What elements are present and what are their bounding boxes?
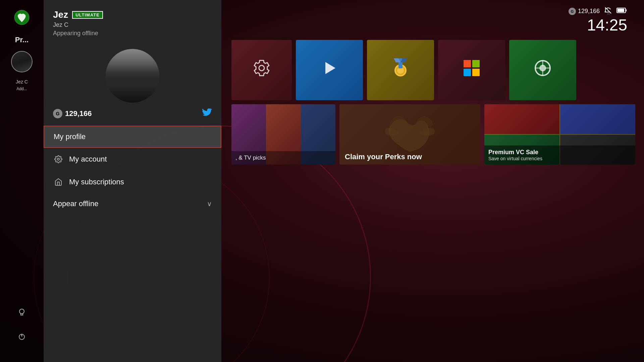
menu-items: My profile My account	[44, 126, 221, 214]
tiles-area: , & TV picks	[228, 37, 644, 362]
menu-label-appear-offline: Appear offline	[53, 199, 98, 208]
g-icon: G	[53, 109, 62, 118]
menu-label-my-subscriptions: My subscriptions	[69, 178, 124, 186]
sidebar-profile-section: Pr...	[15, 36, 29, 44]
menu-item-my-account[interactable]: My account	[44, 148, 221, 171]
svg-point-5	[57, 158, 59, 160]
vc-game-1	[484, 104, 559, 134]
menu-label-my-account: My account	[69, 155, 107, 164]
vc-game-2	[560, 104, 635, 134]
svg-rect-19	[472, 60, 480, 67]
svg-rect-20	[464, 69, 471, 76]
battery-icon	[616, 7, 627, 15]
sidebar-user-label: Jez C	[16, 79, 28, 84]
svg-line-6	[605, 7, 611, 13]
media-play-icon	[320, 59, 339, 81]
ms-store-tile[interactable]	[438, 40, 505, 100]
xbox-logo	[14, 9, 30, 25]
vc-sale-tile[interactable]: Premium VC Sale Save on virtual currenci…	[484, 104, 635, 165]
profile-avatar	[106, 49, 159, 103]
chevron-down-icon: ∨	[207, 200, 212, 208]
main-content: G 129,166	[221, 0, 644, 362]
svg-rect-8	[626, 9, 627, 11]
sidebar-power-icon[interactable]	[14, 328, 30, 345]
menu-item-appear-offline[interactable]: Appear offline ∨	[44, 193, 221, 214]
status-gamerscore: G 129,166	[569, 8, 600, 15]
profile-gamertag: Jez	[53, 9, 68, 20]
tiles-row-1	[231, 40, 631, 100]
profile-realname: Jez C	[53, 21, 212, 28]
menu-item-my-profile[interactable]: My profile	[44, 126, 221, 148]
svg-rect-21	[472, 69, 480, 76]
status-bar: G 129,166	[569, 7, 627, 16]
perks-label: Claim your Perks now	[345, 153, 475, 161]
clock-display: 14:25	[587, 17, 627, 33]
status-g-icon: G	[569, 8, 576, 15]
gamerscore-display: G 129,166	[53, 109, 92, 118]
profile-header: Jez ULTIMATE Jez C Appearing offline	[44, 9, 221, 44]
twitter-icon[interactable]	[202, 108, 212, 119]
svg-point-10	[259, 65, 264, 71]
sidebar-avatar[interactable]	[11, 51, 33, 72]
picks-label: , & TV picks	[235, 155, 331, 161]
perks-tile[interactable]: Claim your Perks now	[339, 104, 480, 165]
menu-item-my-subscriptions[interactable]: My subscriptions	[44, 171, 221, 193]
status-gamerscore-value: 129,166	[578, 8, 600, 15]
achievements-tile[interactable]	[367, 40, 434, 100]
ultimate-badge: ULTIMATE	[72, 11, 103, 19]
picks-tile[interactable]: , & TV picks	[231, 104, 335, 165]
tiles-row-2: , & TV picks	[231, 104, 631, 165]
profile-status: Appearing offline	[53, 30, 212, 37]
settings-gear-icon	[252, 59, 271, 81]
svg-point-1	[19, 309, 24, 314]
svg-rect-18	[464, 60, 471, 67]
svg-rect-9	[618, 9, 624, 12]
vc-subtitle: Save on virtual currencies	[488, 156, 631, 161]
ms-store-icon	[463, 59, 480, 81]
dragon-silhouette-icon	[380, 111, 440, 155]
gear-icon	[53, 154, 64, 165]
media-tile[interactable]	[296, 40, 363, 100]
achievement-medal-icon	[390, 56, 411, 84]
gamepass-tile[interactable]	[509, 40, 576, 100]
vc-title: Premium VC Sale	[488, 149, 631, 156]
svg-marker-11	[325, 62, 335, 74]
sidebar-lightbulb-icon[interactable]	[14, 304, 30, 320]
sidebar: Pr... Jez C Add...	[0, 0, 44, 362]
sidebar-add-label: Add...	[16, 86, 27, 91]
profile-panel: Jez ULTIMATE Jez C Appearing offline G 1…	[44, 0, 221, 362]
gamepass-icon	[533, 59, 552, 81]
menu-label-my-profile: My profile	[54, 132, 86, 141]
house-icon	[53, 177, 64, 187]
gamerscore-value: 129,166	[65, 109, 92, 118]
notification-muted-icon	[604, 7, 612, 16]
settings-tile[interactable]	[231, 40, 292, 100]
